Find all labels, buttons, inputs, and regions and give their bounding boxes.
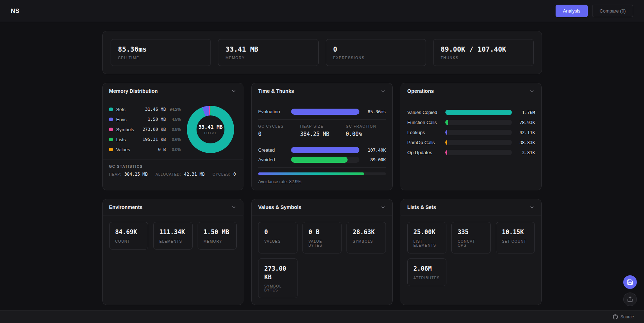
op-updates-row: Op Updates 3.81K <box>407 150 535 155</box>
values-symbols-header[interactable]: Values & Symbols <box>252 199 392 215</box>
op-updates-value: 3.81K <box>512 150 535 155</box>
environments-body: 84.69K COUNT 111.34K ELEMENTS 1.50 MB ME… <box>103 215 243 256</box>
evaluation-label: Evaluation <box>258 109 291 114</box>
avoided-bar-fill <box>291 157 348 163</box>
legend-value: 0 B <box>158 147 166 152</box>
env-memory-label: MEMORY <box>204 239 231 243</box>
chevron-down-icon <box>380 88 386 94</box>
created-bar-track <box>291 147 359 153</box>
avoidance-rate-text: Avoidance rate: 82.9% <box>258 179 386 184</box>
created-label: Created <box>258 147 291 153</box>
cpu-time-card: 85.36ms CPU TIME <box>111 39 211 66</box>
lookups-value: 42.11K <box>512 130 535 135</box>
gc-cycles-col: GC CYCLES 0 <box>258 124 284 137</box>
time-thunks-panel: Time & Thunks Evaluation 85.36ms GC CYCL… <box>251 83 393 190</box>
symbol-bytes-card: 273.00 KB SYMBOL BYTES <box>258 258 297 299</box>
save-icon <box>627 279 633 285</box>
concat-ops-value: 335 <box>457 228 485 237</box>
operations-header[interactable]: Operations <box>401 83 542 99</box>
heap-size-col-value: 384.25 MB <box>300 131 329 137</box>
env-memory-card: 1.50 MB MEMORY <box>198 222 237 250</box>
gc-statistics-row: HEAP: 384.25 MB ALLOCATED: 42.31 MB CYCL… <box>109 172 237 177</box>
symbols-label: SYMBOLS <box>353 239 380 243</box>
primop-calls-value: 38.83K <box>512 140 535 145</box>
legend-percent: 94.2% <box>166 107 181 111</box>
created-bar-fill <box>291 147 359 153</box>
attributes-card: 2.06M ATTRIBUTES <box>407 258 447 286</box>
memory-legend: Sets 31.46 MB 94.2% Envs 1.50 MB 4.5% Sy… <box>109 107 181 152</box>
evaluation-value: 85.36ms <box>359 109 386 114</box>
donut-total-value: 33.41 MB <box>198 124 222 130</box>
values-copied-track <box>445 110 512 115</box>
lists-sets-header[interactable]: Lists & Sets <box>401 199 542 215</box>
symbol-bytes-value: 273.00 KB <box>264 265 291 282</box>
legend-label: Values <box>116 147 158 152</box>
thunks-label: THUNKS <box>441 56 526 60</box>
legend-label: Sets <box>116 107 145 112</box>
legend-item-envs: Envs 1.50 MB 4.5% <box>109 117 181 122</box>
lookups-track <box>445 130 512 135</box>
environments-header[interactable]: Environments <box>103 199 243 215</box>
memory-distribution-title: Memory Distribution <box>109 88 158 94</box>
symbols-swatch <box>109 128 113 131</box>
gc-heap-label: HEAP: <box>109 172 122 176</box>
thunks-card: 89.00K / 107.40K THUNKS <box>433 39 534 66</box>
concat-ops-label: CONCAT OPS <box>457 239 485 247</box>
attributes-value: 2.06M <box>413 265 441 273</box>
sets-swatch <box>109 108 113 111</box>
chevron-down-icon <box>529 88 535 94</box>
avoidance-rate-fill <box>258 172 364 175</box>
source-link[interactable]: Source <box>613 314 634 319</box>
env-count-value: 84.69K <box>115 228 142 237</box>
legend-value: 31.46 MB <box>145 107 166 112</box>
compare-button[interactable]: Compare (0) <box>592 5 633 17</box>
gc-heap-value: 384.25 MB <box>125 172 148 177</box>
operations-title: Operations <box>407 88 434 94</box>
op-updates-fill <box>445 150 447 155</box>
lookups-label: Lookups <box>407 130 445 135</box>
env-elements-card: 111.34K ELEMENTS <box>153 222 193 250</box>
divider <box>258 142 386 142</box>
evaluation-bar-row: Evaluation 85.36ms <box>258 109 386 115</box>
panels-row-1: Memory Distribution Sets 31.46 MB 94.2% … <box>102 83 542 190</box>
chevron-down-icon <box>380 204 386 210</box>
analysis-button[interactable]: Analysis <box>556 5 588 17</box>
gc-cycles-col-value: 0 <box>258 131 284 137</box>
legend-item-values: Values 0 B 0.0% <box>109 147 181 152</box>
gc-fraction-col-label: GC FRACTION <box>346 124 376 128</box>
heap-size-col: HEAP SIZE 384.25 MB <box>300 124 329 137</box>
env-elements-value: 111.34K <box>159 228 187 237</box>
attributes-label: ATTRIBUTES <box>413 276 441 280</box>
footer: Source <box>0 310 644 323</box>
primop-calls-track <box>445 140 512 145</box>
legend-item-sets: Sets 31.46 MB 94.2% <box>109 107 181 112</box>
expressions-value: 0 <box>333 45 419 53</box>
legend-percent: 0.8% <box>166 127 181 132</box>
symbols-card: 28.63K SYMBOLS <box>347 222 386 253</box>
set-count-value: 10.15K <box>502 228 529 237</box>
created-value: 107.40K <box>359 148 386 153</box>
environments-panel: Environments 84.69K COUNT 111.34K ELEMEN… <box>102 199 244 305</box>
env-count-label: COUNT <box>115 239 142 243</box>
legend-item-symbols: Symbols 273.00 KB 0.8% <box>109 127 181 132</box>
time-thunks-header[interactable]: Time & Thunks <box>252 83 392 99</box>
memory-distribution-header[interactable]: Memory Distribution <box>103 83 243 99</box>
memory-donut-chart: 33.41 MB TOTAL <box>187 106 234 153</box>
memory-distribution-body: Sets 31.46 MB 94.2% Envs 1.50 MB 4.5% Sy… <box>103 99 243 160</box>
legend-value: 273.00 KB <box>142 127 166 132</box>
gc-fraction-col: GC FRACTION 0.00% <box>346 124 376 137</box>
function-calls-label: Function Calls <box>407 120 445 125</box>
gc-allocated-label: ALLOCATED: <box>156 172 181 176</box>
operations-panel: Operations Values Copied 1.76M Function … <box>401 83 542 190</box>
share-button[interactable] <box>623 293 637 306</box>
legend-label: Lists <box>116 137 143 142</box>
main-content: 85.36ms CPU TIME 33.41 MB MEMORY 0 EXPRE… <box>102 22 542 305</box>
values-symbols-body: 0 VALUES 0 B VALUE BYTES 28.63K SYMBOLS … <box>252 215 392 305</box>
memory-label: MEMORY <box>226 56 311 60</box>
legend-percent: 0.6% <box>166 137 181 142</box>
save-button[interactable] <box>623 275 637 289</box>
symbol-bytes-label: SYMBOL BYTES <box>264 284 291 292</box>
values-swatch <box>109 148 113 151</box>
values-value: 0 <box>264 228 291 237</box>
primop-calls-fill <box>445 140 447 145</box>
